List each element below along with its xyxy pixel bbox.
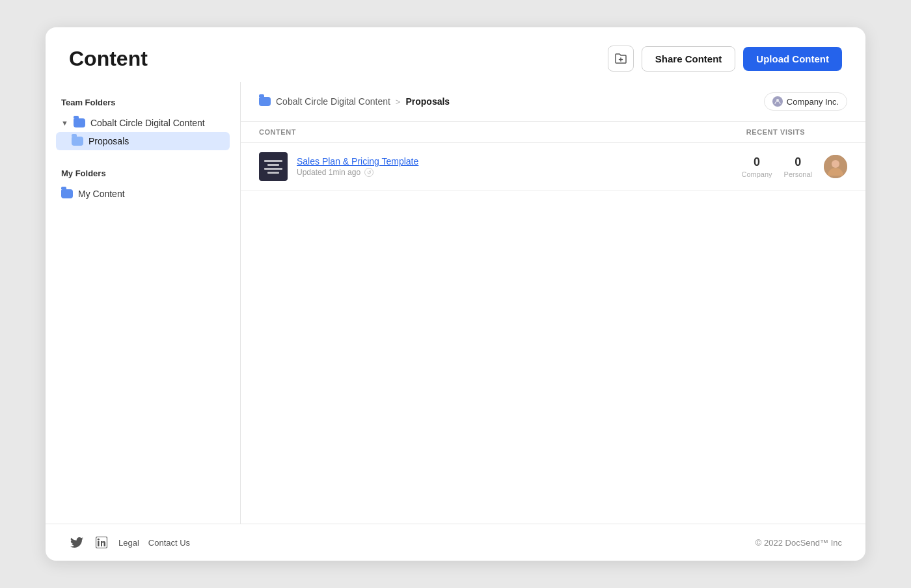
page-title: Content bbox=[69, 47, 148, 71]
share-content-button[interactable]: Share Content bbox=[642, 46, 736, 72]
company-filter-badge[interactable]: Company Inc. bbox=[764, 92, 847, 111]
breadcrumb: Cobalt Circle Digital Content > Proposal… bbox=[259, 96, 450, 107]
personal-visits-stat: 0 Personal bbox=[784, 155, 812, 178]
my-folders-label: My Folders bbox=[56, 168, 230, 178]
content-header: Cobalt Circle Digital Content > Proposal… bbox=[241, 82, 865, 122]
doc-meta: Updated 1min ago ↺ bbox=[297, 168, 704, 177]
table-header: CONTENT RECENT VISITS bbox=[241, 122, 865, 143]
upload-content-button[interactable]: Upload Content bbox=[743, 47, 842, 71]
personal-visit-count: 0 bbox=[795, 155, 801, 169]
folder-icon bbox=[74, 118, 85, 127]
sidebar-item-my-content[interactable]: My Content bbox=[56, 185, 230, 203]
team-folders-label: Team Folders bbox=[56, 98, 230, 107]
sidebar: Team Folders ▼ Cobalt Circle Digital Con… bbox=[46, 82, 241, 524]
header-actions: Share Content Upload Content bbox=[608, 46, 842, 72]
my-folders-section: My Folders My Content bbox=[56, 168, 230, 203]
svg-point-2 bbox=[776, 99, 779, 101]
company-visits-stat: 0 Company bbox=[742, 155, 772, 178]
company-filter-label: Company Inc. bbox=[787, 97, 839, 107]
svg-point-4 bbox=[832, 160, 839, 168]
company-visit-label: Company bbox=[742, 170, 772, 178]
breadcrumb-current: Proposals bbox=[405, 96, 450, 107]
breadcrumb-root[interactable]: Cobalt Circle Digital Content bbox=[276, 96, 390, 107]
col-content-header: CONTENT bbox=[259, 128, 704, 136]
my-content-label: My Content bbox=[78, 189, 125, 199]
col-recent-visits-header: RECENT VISITS bbox=[704, 128, 847, 136]
header: Content Share Content Upload Content bbox=[46, 27, 865, 82]
chevron-down-icon: ▼ bbox=[61, 119, 68, 127]
content-table: CONTENT RECENT VISITS Sales Plan & Prici… bbox=[241, 122, 865, 524]
company-icon bbox=[772, 96, 783, 107]
breadcrumb-separator: > bbox=[396, 97, 401, 107]
company-visit-count: 0 bbox=[754, 155, 760, 169]
doc-updated: Updated 1min ago bbox=[297, 168, 360, 177]
sidebar-item-cobalt-circle[interactable]: ▼ Cobalt Circle Digital Content bbox=[56, 114, 230, 132]
copyright: © 2022 DocSend™ Inc bbox=[755, 538, 842, 548]
folder-icon-proposals bbox=[72, 137, 83, 146]
footer: Legal Contact Us © 2022 DocSend™ Inc bbox=[46, 524, 865, 561]
proposals-label: Proposals bbox=[88, 136, 129, 146]
footer-left: Legal Contact Us bbox=[69, 535, 190, 550]
team-folders-section: Team Folders ▼ Cobalt Circle Digital Con… bbox=[56, 98, 230, 150]
linkedin-icon[interactable] bbox=[94, 535, 109, 550]
personal-visit-label: Personal bbox=[784, 170, 812, 178]
sidebar-item-proposals[interactable]: Proposals bbox=[56, 132, 230, 150]
visits-col: 0 Company 0 Personal bbox=[704, 155, 847, 178]
content-area: Cobalt Circle Digital Content > Proposal… bbox=[241, 82, 865, 524]
doc-thumbnail bbox=[259, 152, 288, 181]
refresh-icon: ↺ bbox=[364, 168, 374, 177]
breadcrumb-folder-icon bbox=[259, 97, 271, 106]
main-layout: Team Folders ▼ Cobalt Circle Digital Con… bbox=[46, 82, 865, 524]
contact-us-link[interactable]: Contact Us bbox=[148, 538, 190, 548]
folder-icon-my-content bbox=[61, 189, 73, 198]
avatar bbox=[824, 155, 847, 178]
twitter-icon[interactable] bbox=[69, 535, 85, 550]
doc-info: Sales Plan & Pricing Template Updated 1m… bbox=[297, 156, 704, 177]
doc-name[interactable]: Sales Plan & Pricing Template bbox=[297, 156, 704, 167]
app-container: Content Share Content Upload Content Tea… bbox=[46, 27, 865, 561]
new-folder-button[interactable] bbox=[608, 46, 634, 72]
svg-rect-6 bbox=[98, 541, 100, 546]
cobalt-circle-label: Cobalt Circle Digital Content bbox=[90, 118, 205, 128]
table-row[interactable]: Sales Plan & Pricing Template Updated 1m… bbox=[241, 143, 865, 191]
legal-link[interactable]: Legal bbox=[118, 538, 139, 548]
svg-point-7 bbox=[98, 539, 100, 541]
